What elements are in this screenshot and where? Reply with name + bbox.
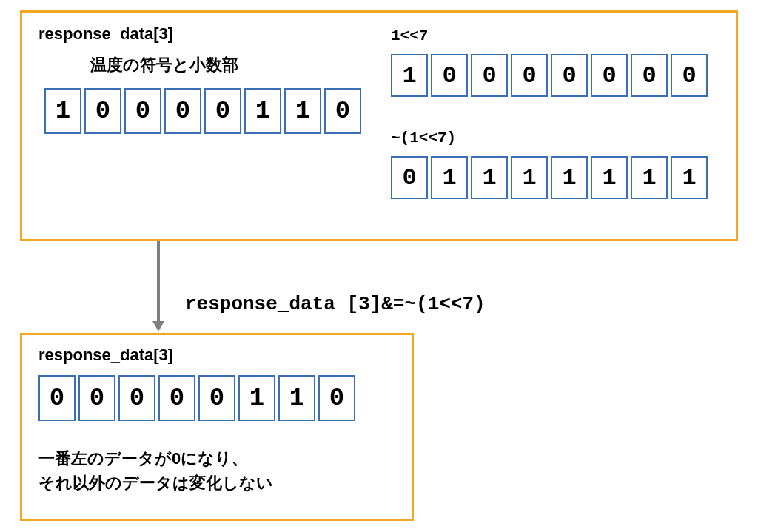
- bit-cell: 1: [671, 156, 708, 199]
- bit-cell: 0: [198, 375, 235, 421]
- top-left-subtitle: 温度の符号と小数部: [90, 54, 238, 76]
- bit-cell: 0: [84, 88, 121, 134]
- bottom-title: response_data[3]: [38, 346, 173, 365]
- bit-cell: 1: [44, 88, 81, 134]
- bit-cell: 1: [391, 54, 428, 97]
- bit-cell: 1: [591, 156, 628, 199]
- bit-cell: 0: [164, 88, 201, 134]
- arrow-shaft: [157, 241, 160, 323]
- bit-cell: 0: [471, 54, 508, 97]
- bit-cell: 0: [591, 54, 628, 97]
- bit-cell: 1: [244, 88, 281, 134]
- bit-cell: 0: [631, 54, 668, 97]
- bit-cell: 0: [78, 375, 115, 421]
- bit-cell: 0: [671, 54, 708, 97]
- bit-cell: 0: [511, 54, 548, 97]
- bit-cell: 0: [204, 88, 241, 134]
- bit-cell: 0: [551, 54, 588, 97]
- operation-label: response_data [3]&=~(1<<7): [185, 293, 486, 315]
- bit-cell: 1: [238, 375, 275, 421]
- bottom-bits: 00000110: [38, 375, 355, 421]
- note-line2: それ以外のデータは変化しない: [38, 471, 273, 495]
- bit-cell: 0: [324, 88, 361, 134]
- bit-cell: 1: [284, 88, 321, 134]
- bit-cell: 1: [431, 156, 468, 199]
- top-left-bits: 10000110: [44, 88, 361, 134]
- note-line1: 一番左のデータが0になり、: [38, 446, 273, 471]
- bit-cell: 1: [551, 156, 588, 199]
- bottom-note: 一番左のデータが0になり、 それ以外のデータは変化しない: [38, 446, 273, 495]
- bit-cell: 0: [318, 375, 355, 421]
- top-box: response_data[3] 温度の符号と小数部 10000110 1<<7…: [20, 10, 738, 241]
- bit-cell: 1: [278, 375, 315, 421]
- bottom-box: response_data[3] 00000110 一番左のデータが0になり、 …: [20, 333, 414, 521]
- bit-cell: 1: [471, 156, 508, 199]
- bit-cell: 0: [118, 375, 155, 421]
- bit-cell: 0: [38, 375, 76, 421]
- mask1-bits: 10000000: [391, 54, 708, 97]
- bit-cell: 1: [511, 156, 548, 199]
- top-left-title: response_data[3]: [38, 24, 173, 44]
- bit-cell: 0: [431, 54, 468, 97]
- arrow-head: [152, 321, 164, 331]
- bit-cell: 0: [391, 156, 428, 199]
- mask2-label: ~(1<<7): [391, 129, 456, 147]
- mask2-bits: 01111111: [391, 156, 708, 199]
- bit-cell: 1: [631, 156, 668, 199]
- bit-cell: 0: [124, 88, 161, 134]
- bit-cell: 0: [158, 375, 195, 421]
- mask1-label: 1<<7: [391, 27, 428, 44]
